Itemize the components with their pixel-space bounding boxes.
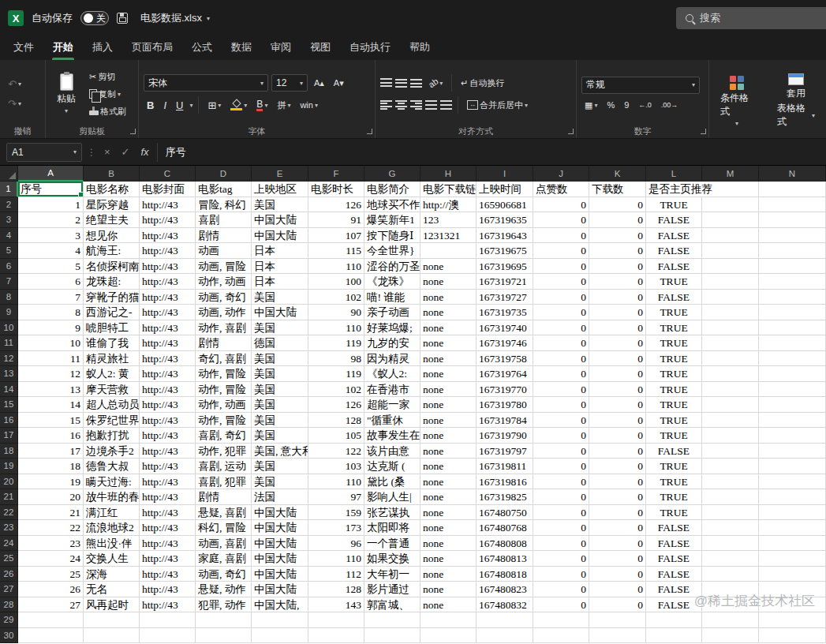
tab-formulas[interactable]: 公式 <box>183 36 221 60</box>
wrap-text-button[interactable]: ↵自动换行 <box>458 76 507 91</box>
cell-D8[interactable]: 动画, 奇幻 <box>196 290 252 305</box>
cell-C19[interactable]: http://43 <box>140 459 196 474</box>
cell-F22[interactable]: 159 <box>308 505 364 521</box>
cell-N30[interactable] <box>759 628 826 644</box>
cell-N18[interactable] <box>759 444 826 459</box>
cell-M16[interactable] <box>702 413 759 429</box>
cell-C12[interactable]: http://43 <box>140 351 196 367</box>
cell-C30[interactable] <box>140 628 196 644</box>
cell-G16[interactable]: "循重休 <box>364 413 420 429</box>
cell-K27[interactable]: 0 <box>589 582 646 597</box>
cell-H7[interactable]: none <box>420 274 477 290</box>
cell-C5[interactable]: http://43 <box>140 243 196 259</box>
cell-H22[interactable]: none <box>420 505 477 521</box>
cell-N11[interactable] <box>759 335 826 351</box>
cell-A13[interactable]: 12 <box>18 366 84 382</box>
percent-style-button[interactable]: % <box>604 99 618 111</box>
cell-B20[interactable]: 瞒天过海: <box>84 474 140 490</box>
column-header-I[interactable]: I <box>477 166 533 182</box>
decrease-indent-icon[interactable] <box>425 100 437 110</box>
cell-C21[interactable]: http://43 <box>140 489 196 505</box>
cell-A23[interactable]: 22 <box>18 520 84 536</box>
cell-D3[interactable]: 喜剧 <box>196 212 252 228</box>
cell-N12[interactable] <box>759 351 826 367</box>
cell-L1[interactable]: 是否主页推荐 <box>646 182 702 197</box>
cell-F16[interactable]: 128 <box>308 413 364 429</box>
cell-B1[interactable]: 电影名称 <box>84 182 140 197</box>
cell-K1[interactable]: 下载数 <box>589 182 646 197</box>
cell-E25[interactable]: 中国大陆 <box>252 551 308 567</box>
cell-C26[interactable]: http://43 <box>140 567 196 582</box>
cell-B12[interactable]: 精灵旅社 <box>84 351 140 367</box>
cell-E11[interactable]: 德国 <box>252 335 308 351</box>
cell-N9[interactable] <box>759 305 826 320</box>
cell-G27[interactable]: 影片通过 <box>364 582 420 597</box>
cell-B24[interactable]: 熊出没·伴 <box>84 536 140 552</box>
cell-L29[interactable] <box>646 612 702 628</box>
align-right-icon[interactable] <box>410 100 422 110</box>
cell-F14[interactable]: 102 <box>308 382 364 398</box>
cell-H17[interactable]: none <box>420 428 477 444</box>
cell-H1[interactable]: 电影下载链接 <box>420 182 477 197</box>
row-header-15[interactable]: 15 <box>0 397 18 413</box>
cell-M19[interactable] <box>702 459 759 474</box>
cell-G3[interactable]: 爆笑新年1 <box>364 212 420 228</box>
cell-J8[interactable]: 0 <box>533 290 589 305</box>
row-header-25[interactable]: 25 <box>0 551 18 567</box>
cell-A15[interactable]: 14 <box>18 397 84 413</box>
cell-B19[interactable]: 德鲁大叔 <box>84 459 140 474</box>
orientation-button[interactable]: ab▾ <box>425 77 446 89</box>
cell-K29[interactable] <box>589 612 646 628</box>
cell-D1[interactable]: 电影tag <box>196 182 252 197</box>
cell-M22[interactable] <box>702 505 759 521</box>
cell-A7[interactable]: 6 <box>18 274 84 290</box>
cell-F5[interactable]: 115 <box>308 243 364 259</box>
cell-E20[interactable]: 美国 <box>252 474 308 490</box>
cell-I7[interactable]: 167319721 <box>477 274 533 290</box>
cell-D9[interactable]: 动画, 动作 <box>196 305 252 320</box>
cell-C17[interactable]: http://43 <box>140 428 196 444</box>
column-header-J[interactable]: J <box>533 166 589 182</box>
cell-N20[interactable] <box>759 474 826 490</box>
cell-D4[interactable]: 剧情 <box>196 228 252 244</box>
cell-H20[interactable]: none <box>420 474 477 490</box>
cell-D16[interactable]: 动作, 冒险 <box>196 413 252 429</box>
cell-H26[interactable]: none <box>420 567 477 582</box>
cell-F20[interactable]: 110 <box>308 474 364 490</box>
cell-F4[interactable]: 107 <box>308 228 364 244</box>
cell-A30[interactable] <box>18 628 84 644</box>
cell-M2[interactable] <box>702 197 759 213</box>
row-header-23[interactable]: 23 <box>0 520 18 536</box>
cell-C28[interactable]: http://43 <box>140 597 196 613</box>
cell-H5[interactable] <box>420 243 477 259</box>
cell-N10[interactable] <box>759 320 826 336</box>
cell-A2[interactable]: 1 <box>18 197 84 213</box>
row-header-2[interactable]: 2 <box>0 197 18 213</box>
cell-K28[interactable]: 0 <box>589 597 646 613</box>
cell-F11[interactable]: 119 <box>308 335 364 351</box>
cell-C22[interactable]: http://43 <box>140 505 196 521</box>
cell-A6[interactable]: 5 <box>18 259 84 275</box>
cell-N1[interactable] <box>759 182 826 197</box>
row-header-21[interactable]: 21 <box>0 489 18 505</box>
cell-N2[interactable] <box>759 197 826 213</box>
cell-G15[interactable]: 超能一家 <box>364 397 420 413</box>
cell-K2[interactable]: 0 <box>589 197 646 213</box>
cell-H9[interactable]: none <box>420 305 477 320</box>
cell-G11[interactable]: 九岁的安 <box>364 335 420 351</box>
cell-G7[interactable]: 《龙珠》 <box>364 274 420 290</box>
cell-J11[interactable]: 0 <box>533 335 589 351</box>
column-header-A[interactable]: A <box>18 166 84 182</box>
cell-G8[interactable]: 喵! 谁能 <box>364 290 420 305</box>
cell-N29[interactable] <box>759 612 826 628</box>
cell-F30[interactable] <box>308 628 364 644</box>
phonetic-button[interactable]: 拼▾ <box>274 98 293 113</box>
cell-K10[interactable]: 0 <box>589 320 646 336</box>
cell-A3[interactable]: 2 <box>18 212 84 228</box>
cell-C25[interactable]: http://43 <box>140 551 196 567</box>
cell-D7[interactable]: 动作, 动画 <box>196 274 252 290</box>
cell-I17[interactable]: 167319790 <box>477 428 533 444</box>
cell-B11[interactable]: 谁偷了我 <box>84 335 140 351</box>
cell-D28[interactable]: 犯罪, 动作 <box>196 597 252 613</box>
column-header-E[interactable]: E <box>252 166 308 182</box>
